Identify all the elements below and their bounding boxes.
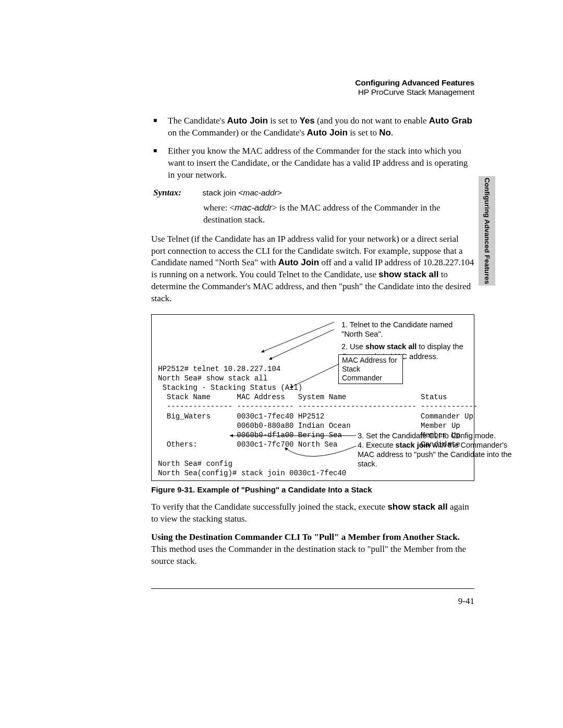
bullet-2: Either you know the MAC address of the C… xyxy=(151,145,474,181)
figure-note-3: 3. Set the Candidate CLI to Config mode. xyxy=(358,431,514,440)
paragraph-verify: To verify that the Candidate successfull… xyxy=(151,501,474,525)
side-tab: Configuring Advanced Features xyxy=(479,176,495,286)
page-number: 9-41 xyxy=(151,596,474,607)
figure-note-4: 4. Execute stack join with the Commander… xyxy=(358,440,514,468)
side-tab-label: Configuring Advanced Features xyxy=(483,178,491,284)
footer-rule xyxy=(151,588,474,589)
paragraph-pull: Using the Destination Commander CLI To "… xyxy=(151,532,474,567)
syntax-row: Syntax: stack join <mac-addr> xyxy=(151,188,474,198)
bullet-list: The Candidate's Auto Join is set to Yes … xyxy=(151,115,474,181)
header-subtitle: HP ProCurve Stack Management xyxy=(151,88,474,97)
figure-box: 1. Telnet to the Candidate named "North … xyxy=(151,314,474,481)
page: Configuring Advanced Features HP ProCurv… xyxy=(0,0,563,607)
bullet-1: The Candidate's Auto Join is set to Yes … xyxy=(151,115,474,139)
syntax-command: stack join <mac-addr> xyxy=(202,188,282,197)
svg-line-0 xyxy=(261,322,334,352)
figure-callout-mac: MAC Address for Stack Commander xyxy=(338,354,403,384)
svg-line-1 xyxy=(269,329,334,360)
running-header: Configuring Advanced Features HP ProCurv… xyxy=(151,78,474,97)
figure-caption: Figure 9-31. Example of "Pushing" a Cand… xyxy=(151,485,474,494)
figure-note-1: 1. Telnet to the Candidate named "North … xyxy=(341,320,468,339)
syntax-label: Syntax: xyxy=(153,188,200,198)
paragraph-telnet: Use Telnet (if the Candidate has an IP a… xyxy=(151,233,474,305)
header-title: Configuring Advanced Features xyxy=(151,78,474,88)
syntax-where: where: <mac-addr> is the MAC address of … xyxy=(203,202,474,226)
